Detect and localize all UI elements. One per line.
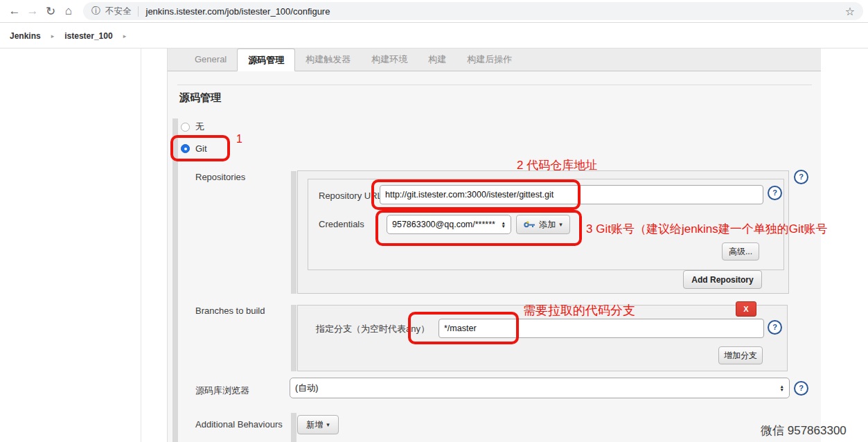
screen: ← → ↻ ⌂ ⓘ 不安全 jenkins.istester.com/job/i… <box>0 0 868 442</box>
add-repository-button[interactable]: Add Repository <box>683 270 762 289</box>
help-icon[interactable]: ? <box>794 170 808 184</box>
delete-branch-label: X <box>743 305 748 313</box>
add-behaviour-label: 新增 <box>306 419 323 431</box>
repositories-label: Repositories <box>195 172 245 182</box>
back-icon[interactable]: ← <box>6 4 24 18</box>
browser-toolbar: ← → ↻ ⌂ ⓘ 不安全 jenkins.istester.com/job/i… <box>0 0 868 23</box>
home-icon[interactable]: ⌂ <box>60 4 78 18</box>
config-content: General 源码管理 构建触发器 构建环境 构建 构建后操作 源码管理 无 … <box>167 48 821 442</box>
page-title: 源码管理 <box>179 91 221 105</box>
repo-browser-label: 源码库浏览器 <box>195 384 249 397</box>
scm-option-none-label: 无 <box>195 121 204 133</box>
breadcrumb-jenkins[interactable]: Jenkins <box>10 31 41 41</box>
tab-general[interactable]: General <box>184 48 237 71</box>
chevron-down-icon: ▾ <box>559 221 563 228</box>
delete-branch-button[interactable]: X <box>736 301 756 317</box>
credentials-select[interactable]: 957863300@qq.com/****** ▲▼ <box>387 215 511 234</box>
help-icon[interactable]: ? <box>794 381 808 396</box>
add-branch-label: 增加分支 <box>724 350 757 362</box>
repo-browser-value: (自动) <box>295 382 318 394</box>
tab-build-env[interactable]: 构建环境 <box>361 48 418 71</box>
branches-panel <box>297 305 788 371</box>
scm-option-git-label: Git <box>195 143 207 154</box>
breadcrumb: Jenkins ▸ istester_100 ▸ <box>0 24 868 48</box>
stepper-icon: ▲▼ <box>780 384 784 391</box>
scm-section-strip <box>172 118 178 442</box>
help-icon[interactable]: ? <box>768 320 782 335</box>
reload-icon[interactable]: ↻ <box>42 4 60 19</box>
repo-browser-select[interactable]: (自动) ▲▼ <box>290 378 790 398</box>
add-branch-button[interactable]: 增加分支 <box>718 346 763 364</box>
behaviours-strip <box>291 413 296 442</box>
section-divider <box>177 85 812 85</box>
repository-url-input[interactable] <box>380 185 763 204</box>
tab-post-build[interactable]: 构建后操作 <box>457 48 522 71</box>
url-text[interactable]: jenkins.istester.com/job/istester_100/co… <box>146 6 845 17</box>
repositories-strip <box>291 171 296 294</box>
scm-option-git[interactable]: Git <box>181 143 207 154</box>
tab-build-triggers[interactable]: 构建触发器 <box>295 48 361 71</box>
breadcrumb-job[interactable]: istester_100 <box>64 31 112 41</box>
watermark-text: 微信 957863300 <box>761 423 847 439</box>
chevron-right-icon: ▸ <box>51 33 55 39</box>
add-credential-button[interactable]: 添加 ▾ <box>516 215 570 234</box>
repository-url-label: Repository URL <box>319 191 382 201</box>
radio-checked-icon[interactable] <box>181 144 190 153</box>
security-label: 不安全 <box>105 6 132 17</box>
key-icon <box>524 221 535 228</box>
forward-icon[interactable]: → <box>24 4 42 18</box>
stepper-icon: ▲▼ <box>502 221 506 228</box>
advanced-button[interactable]: 高级... <box>722 242 759 260</box>
branches-strip <box>291 305 296 371</box>
address-bar[interactable]: ⓘ 不安全 jenkins.istester.com/job/istester_… <box>83 2 863 20</box>
branch-specifier-input[interactable] <box>439 319 764 338</box>
scm-option-none[interactable]: 无 <box>181 121 204 133</box>
bookmark-star-icon[interactable]: ☆ <box>845 5 855 18</box>
config-tabbar: General 源码管理 构建触发器 构建环境 构建 构建后操作 <box>168 48 821 71</box>
radio-unchecked-icon[interactable] <box>181 123 190 132</box>
add-repository-label: Add Repository <box>691 275 753 285</box>
additional-behaviours-label: Additional Behaviours <box>195 419 283 430</box>
branch-specifier-label: 指定分支（为空时代表any） <box>316 323 429 335</box>
chevron-right-icon: ▸ <box>123 33 127 39</box>
address-divider <box>138 6 139 17</box>
advanced-button-label: 高级... <box>729 246 752 258</box>
branches-label: Branches to build <box>195 306 265 316</box>
annotation-step1: 1 <box>236 133 242 145</box>
info-icon[interactable]: ⓘ <box>91 5 100 17</box>
sidebar-divider <box>141 48 141 442</box>
credentials-label: Credentials <box>319 219 364 229</box>
chevron-down-icon: ▾ <box>326 421 330 428</box>
add-behaviour-button[interactable]: 新增 ▾ <box>297 415 339 434</box>
add-credential-label: 添加 <box>539 219 556 231</box>
help-icon[interactable]: ? <box>768 186 782 200</box>
credentials-value: 957863300@qq.com/****** <box>392 220 495 229</box>
tab-scm[interactable]: 源码管理 <box>237 48 295 71</box>
tab-build[interactable]: 构建 <box>418 48 457 71</box>
